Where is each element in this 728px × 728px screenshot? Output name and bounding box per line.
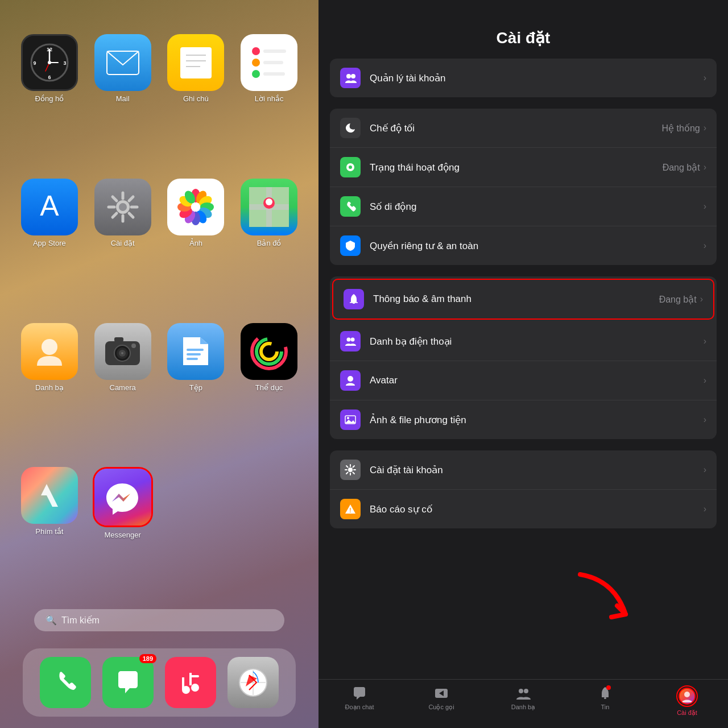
svg-text:!: ! xyxy=(349,507,351,514)
app-label-photos: Ảnh xyxy=(189,239,202,247)
settings-section-4: Cài đặt tài khoản › ! Báo cáo sự cố › xyxy=(330,450,717,528)
app-icon-contacts[interactable]: Danh bạ xyxy=(17,323,82,450)
row-privacy[interactable]: Quyền riêng tư & an toàn › xyxy=(330,226,717,265)
tab-label-notifications: Tin xyxy=(601,704,610,710)
app-icon-fitness[interactable]: Thể dục xyxy=(237,323,301,450)
app-label-clock: Đồng hồ xyxy=(35,94,64,103)
app-icon-reminders[interactable]: Lời nhắc xyxy=(237,34,301,162)
row-report[interactable]: ! Báo cáo sự cố › xyxy=(330,490,717,528)
row-text-phone: Số di động xyxy=(370,201,704,213)
svg-point-49 xyxy=(131,344,136,348)
dock-music[interactable] xyxy=(165,657,216,708)
tab-label-calls: Cuộc gọi xyxy=(428,704,454,711)
row-value-notifications: Đang bật xyxy=(659,294,697,305)
dock: 189 xyxy=(23,648,296,717)
left-panel: 12 3 6 9 Đồng hồ Mail xyxy=(0,0,318,728)
dock-phone[interactable] xyxy=(40,657,91,708)
svg-point-75 xyxy=(347,417,349,419)
icon-notifications xyxy=(344,289,364,309)
icon-accountsettings xyxy=(340,460,361,480)
tab-icon-calls xyxy=(433,685,449,701)
svg-point-16 xyxy=(119,203,127,211)
search-icon: 🔍 xyxy=(46,615,57,626)
app-label-shortcuts: Phím tắt xyxy=(35,527,63,536)
app-label-messenger: Messenger xyxy=(104,531,140,539)
row-notifications[interactable]: Thông báo & âm thanh Đang bật › xyxy=(332,279,714,320)
row-text-media: Ảnh & file phương tiện xyxy=(370,414,704,426)
app-label-notes: Ghi chú xyxy=(183,94,209,103)
row-text-accountsettings: Cài đặt tài khoản xyxy=(370,464,704,476)
row-value-darkmode: Hệ thống xyxy=(662,123,700,134)
app-icon-photos[interactable]: Ảnh xyxy=(164,179,229,306)
row-text-report: Báo cáo sự cố xyxy=(370,503,704,515)
row-text-notifications: Thông báo & âm thanh xyxy=(373,293,659,305)
row-activity[interactable]: Trạng thái hoạt động Đang bật › xyxy=(330,148,717,187)
row-accountsettings[interactable]: Cài đặt tài khoản › xyxy=(330,450,717,490)
app-label-mail: Mail xyxy=(116,94,130,103)
svg-point-65 xyxy=(346,74,351,78)
dock-safari[interactable] xyxy=(228,657,279,708)
row-phone[interactable]: Số di động › xyxy=(330,187,717,226)
search-text: Tìm kiếm xyxy=(61,615,100,626)
app-label-files: Tệp xyxy=(189,383,202,392)
row-darkmode[interactable]: Chế độ tối Hệ thống › xyxy=(330,109,717,148)
svg-point-8 xyxy=(48,61,51,64)
tab-contacts[interactable]: Danh bạ xyxy=(482,685,564,717)
settings-section-2: Chế độ tối Hệ thống › Trạng thái hoạt độ… xyxy=(330,109,717,265)
row-text-avatar: Avatar xyxy=(370,375,704,386)
app-grid: 12 3 6 9 Đồng hồ Mail xyxy=(17,34,301,598)
svg-point-87 xyxy=(519,689,523,693)
tab-settings-item[interactable]: Cài đặt xyxy=(646,685,728,717)
app-label-settings: Cài đặt xyxy=(111,239,135,247)
icon-darkmode xyxy=(340,118,361,138)
svg-text:A: A xyxy=(40,190,59,222)
svg-rect-59 xyxy=(189,673,192,685)
app-icon-maps[interactable]: Bản đồ xyxy=(237,179,301,306)
app-icon-clock[interactable]: 12 3 6 9 Đồng hồ xyxy=(17,34,82,162)
svg-point-41 xyxy=(266,198,272,205)
svg-rect-10 xyxy=(180,47,212,78)
svg-point-76 xyxy=(348,468,353,472)
svg-rect-89 xyxy=(604,697,606,699)
tab-label-chats: Đoạn chat xyxy=(345,704,374,711)
tab-chats[interactable]: Đoạn chat xyxy=(318,685,400,717)
row-avatar[interactable]: Avatar › xyxy=(330,361,717,400)
app-icon-files[interactable]: Tệp xyxy=(164,323,229,450)
app-label-fitness: Thể dục xyxy=(255,383,283,392)
icon-report: ! xyxy=(340,499,361,519)
svg-point-71 xyxy=(347,338,351,342)
icon-activity xyxy=(340,157,361,177)
app-icon-appstore[interactable]: A App Store xyxy=(17,179,82,306)
svg-text:9: 9 xyxy=(33,60,36,66)
tab-notifications[interactable]: Tin xyxy=(564,685,646,717)
row-contacts2[interactable]: Danh bạ điện thoại › xyxy=(330,322,717,361)
app-icon-notes[interactable]: Ghi chú xyxy=(164,34,229,162)
svg-point-47 xyxy=(121,352,123,354)
svg-point-66 xyxy=(351,74,355,78)
app-icon-shortcuts[interactable]: Phím tắt xyxy=(17,467,82,598)
svg-line-84 xyxy=(346,473,348,474)
row-media[interactable]: Ảnh & file phương tiện › xyxy=(330,400,717,439)
app-label-reminders: Lời nhắc xyxy=(255,94,284,103)
right-panel: Cài đặt Quản lý tài khoản › xyxy=(318,0,728,728)
app-icon-messenger[interactable]: Messenger xyxy=(90,467,155,598)
search-bar[interactable]: 🔍 Tìm kiếm xyxy=(34,609,284,631)
icon-media xyxy=(340,410,361,430)
app-icon-settings[interactable]: Cài đặt xyxy=(90,179,155,306)
dock-messages[interactable]: 189 xyxy=(102,657,154,708)
app-icon-camera[interactable]: Camera xyxy=(90,323,155,450)
svg-line-82 xyxy=(353,473,355,474)
row-text-activity: Trạng thái hoạt động xyxy=(370,162,663,173)
svg-text:6: 6 xyxy=(48,75,51,80)
row-text-darkmode: Chế độ tối xyxy=(370,122,662,134)
svg-line-24 xyxy=(113,213,117,217)
svg-point-57 xyxy=(191,684,199,692)
icon-phone xyxy=(340,196,361,217)
app-label-maps: Bản đồ xyxy=(257,239,282,247)
tab-calls[interactable]: Cuộc gọi xyxy=(400,685,482,717)
svg-point-55 xyxy=(261,344,277,359)
app-label-camera: Camera xyxy=(110,383,136,392)
app-icon-mail[interactable]: Mail xyxy=(90,34,155,162)
app-label-contacts: Danh bạ xyxy=(35,383,64,392)
row-account[interactable]: Quản lý tài khoản › xyxy=(330,59,717,97)
